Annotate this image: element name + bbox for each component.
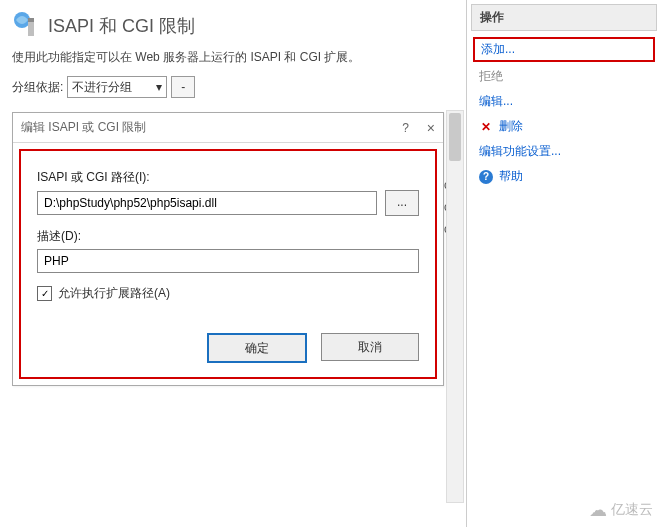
dialog-help-button[interactable]: ? (402, 121, 409, 135)
path-label: ISAPI 或 CGI 路径(I): (37, 169, 419, 186)
description-label: 描述(D): (37, 228, 419, 245)
allow-checkbox-label: 允许执行扩展路径(A) (58, 285, 170, 302)
action-help-label: 帮助 (499, 168, 523, 185)
path-input[interactable] (37, 191, 377, 215)
action-add[interactable]: 添加... (473, 37, 655, 62)
allow-checkbox[interactable]: ✓ (37, 286, 52, 301)
vertical-scrollbar[interactable] (446, 110, 464, 503)
action-help[interactable]: ? 帮助 (471, 164, 657, 189)
action-edit[interactable]: 编辑... (471, 89, 657, 114)
dialog-titlebar: 编辑 ISAPI 或 CGI 限制 ? × (13, 113, 443, 143)
action-add-label: 添加... (481, 41, 515, 58)
page-title: ISAPI 和 CGI 限制 (48, 14, 195, 38)
cloud-icon: ☁ (589, 499, 607, 521)
page-header: ISAPI 和 CGI 限制 (12, 10, 454, 41)
help-icon: ? (479, 170, 493, 184)
grouping-value: 不进行分组 (72, 79, 132, 96)
scrollbar-thumb[interactable] (449, 113, 461, 161)
action-edit-label: 编辑... (479, 93, 513, 110)
action-deny-label: 拒绝 (479, 68, 503, 85)
action-delete[interactable]: ✕ 删除 (471, 114, 657, 139)
grouping-select[interactable]: 不进行分组 ▾ (67, 76, 167, 98)
grouping-label: 分组依据: (12, 79, 63, 96)
grouping-row: 分组依据: 不进行分组 ▾ - (12, 76, 454, 98)
action-feature-settings[interactable]: 编辑功能设置... (471, 139, 657, 164)
dialog-title: 编辑 ISAPI 或 CGI 限制 (21, 119, 146, 136)
ok-button[interactable]: 确定 (207, 333, 307, 363)
cancel-button[interactable]: 取消 (321, 333, 419, 361)
actions-panel: 操作 添加... 拒绝 编辑... ✕ 删除 编辑功能设置... ? 帮助 (466, 0, 661, 527)
allow-checkbox-row[interactable]: ✓ 允许执行扩展路径(A) (37, 285, 419, 302)
actions-title: 操作 (471, 4, 657, 31)
delete-icon: ✕ (479, 120, 493, 134)
grouping-extra-button[interactable]: - (171, 76, 195, 98)
dialog-body: ISAPI 或 CGI 路径(I): ... 描述(D): ✓ 允许执行扩展路径… (19, 149, 437, 379)
description-input[interactable] (37, 249, 419, 273)
app-icon (12, 10, 40, 41)
page-description: 使用此功能指定可以在 Web 服务器上运行的 ISAPI 和 CGI 扩展。 (12, 49, 454, 66)
watermark-text: 亿速云 (611, 501, 653, 519)
action-delete-label: 删除 (499, 118, 523, 135)
action-feature-label: 编辑功能设置... (479, 143, 561, 160)
close-icon[interactable]: × (427, 120, 435, 136)
chevron-down-icon: ▾ (156, 80, 162, 94)
browse-button[interactable]: ... (385, 190, 419, 216)
edit-restriction-dialog: 编辑 ISAPI 或 CGI 限制 ? × ISAPI 或 CGI 路径(I):… (12, 112, 444, 386)
svg-rect-2 (28, 18, 34, 22)
watermark: ☁ 亿速云 (589, 499, 653, 521)
action-deny[interactable]: 拒绝 (471, 64, 657, 89)
